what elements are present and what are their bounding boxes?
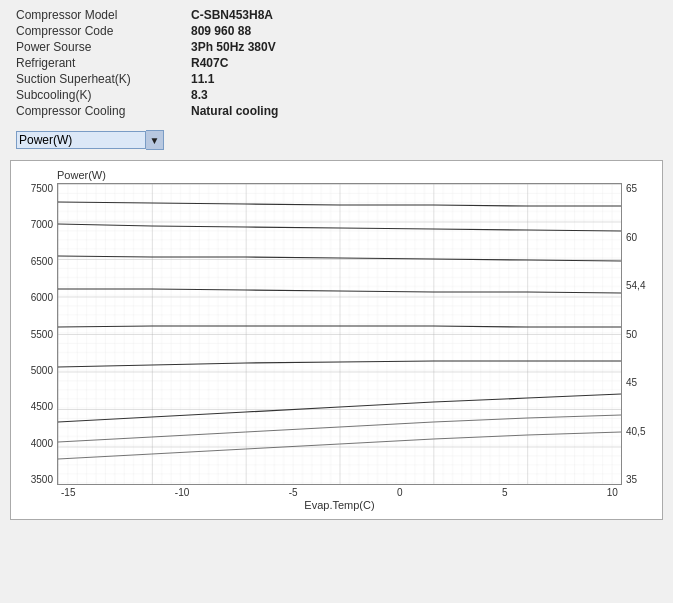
value-refrigerant: R407C bbox=[191, 56, 228, 70]
label-compressor-cooling: Compressor Cooling bbox=[16, 104, 191, 118]
row-compressor-code: Compressor Code 809 960 88 bbox=[16, 24, 657, 38]
x-label-neg15: -15 bbox=[61, 487, 75, 498]
x-label-10: 10 bbox=[607, 487, 618, 498]
y-label-5000: 5000 bbox=[31, 365, 53, 376]
row-suction-superheat: Suction Superheat(K) 11.1 bbox=[16, 72, 657, 86]
y-axis-labels: 7500 7000 6500 6000 5500 5000 4500 4000 … bbox=[19, 183, 57, 485]
x-label-neg5: -5 bbox=[289, 487, 298, 498]
chart-type-select[interactable]: Power(W) Current(A) COP bbox=[16, 131, 146, 149]
chart-svg bbox=[58, 184, 621, 484]
y-label-4500: 4500 bbox=[31, 401, 53, 412]
right-label-40-5: 40,5 bbox=[626, 426, 654, 437]
x-axis-title: Evap.Temp(C) bbox=[61, 499, 618, 511]
right-label-60: 60 bbox=[626, 232, 654, 243]
right-label-54-4: 54,4 bbox=[626, 280, 654, 291]
chart-type-dropdown-wrapper[interactable]: Power(W) Current(A) COP ▼ bbox=[16, 130, 164, 150]
chart-plot bbox=[57, 183, 622, 485]
label-refrigerant: Refrigerant bbox=[16, 56, 191, 70]
y-label-3500: 3500 bbox=[31, 474, 53, 485]
dropdown-arrow-icon[interactable]: ▼ bbox=[146, 130, 164, 150]
y-label-7000: 7000 bbox=[31, 219, 53, 230]
value-compressor-cooling: Natural cooling bbox=[191, 104, 278, 118]
x-label-5: 5 bbox=[502, 487, 508, 498]
label-suction-superheat: Suction Superheat(K) bbox=[16, 72, 191, 86]
value-suction-superheat: 11.1 bbox=[191, 72, 214, 86]
y-label-5500: 5500 bbox=[31, 329, 53, 340]
right-label-50: 50 bbox=[626, 329, 654, 340]
x-label-neg10: -10 bbox=[175, 487, 189, 498]
row-power-source: Power Sourse 3Ph 50Hz 380V bbox=[16, 40, 657, 54]
chart-container: Power(W) 7500 7000 6500 6000 5500 5000 4… bbox=[10, 160, 663, 520]
label-compressor-model: Compressor Model bbox=[16, 8, 191, 22]
x-axis-labels: -15 -10 -5 0 5 10 bbox=[19, 487, 654, 498]
y-label-4000: 4000 bbox=[31, 438, 53, 449]
label-subcooling: Subcooling(K) bbox=[16, 88, 191, 102]
value-subcooling: 8.3 bbox=[191, 88, 208, 102]
right-label-35: 35 bbox=[626, 474, 654, 485]
row-subcooling: Subcooling(K) 8.3 bbox=[16, 88, 657, 102]
svg-rect-1 bbox=[58, 184, 621, 484]
value-power-source: 3Ph 50Hz 380V bbox=[191, 40, 276, 54]
info-table: Compressor Model C-SBN453H8A Compressor … bbox=[0, 0, 673, 126]
right-labels: 65 60 54,4 50 45 40,5 35 bbox=[622, 183, 654, 485]
label-compressor-code: Compressor Code bbox=[16, 24, 191, 38]
row-compressor-model: Compressor Model C-SBN453H8A bbox=[16, 8, 657, 22]
y-label-7500: 7500 bbox=[31, 183, 53, 194]
label-power-source: Power Sourse bbox=[16, 40, 191, 54]
x-label-0: 0 bbox=[397, 487, 403, 498]
chart-title: Power(W) bbox=[57, 169, 654, 181]
row-compressor-cooling: Compressor Cooling Natural cooling bbox=[16, 104, 657, 118]
right-label-65: 65 bbox=[626, 183, 654, 194]
value-compressor-model: C-SBN453H8A bbox=[191, 8, 273, 22]
y-label-6500: 6500 bbox=[31, 256, 53, 267]
value-compressor-code: 809 960 88 bbox=[191, 24, 251, 38]
chart-area: 7500 7000 6500 6000 5500 5000 4500 4000 … bbox=[19, 183, 654, 485]
dropdown-row: Power(W) Current(A) COP ▼ bbox=[0, 126, 673, 156]
row-refrigerant: Refrigerant R407C bbox=[16, 56, 657, 70]
right-label-45: 45 bbox=[626, 377, 654, 388]
y-label-6000: 6000 bbox=[31, 292, 53, 303]
